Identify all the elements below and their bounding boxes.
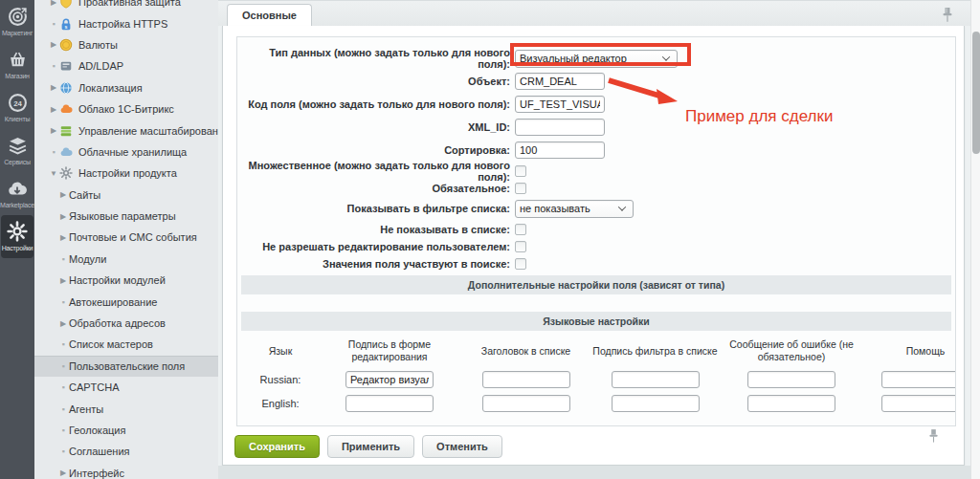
chevron-right-icon[interactable]: ▶ [57, 468, 69, 477]
tab-main[interactable]: Основные [227, 4, 312, 28]
checkbox[interactable] [515, 165, 526, 177]
form-row: Не показывать в списке: [237, 223, 955, 235]
sidebar-item-4[interactable]: ▪AD/LDAP [34, 55, 218, 76]
form-row: Множественное (можно задать только для н… [237, 164, 955, 177]
rail-item-1[interactable]: Маркетинг [0, 0, 34, 43]
sidebar-item-label: Сайты [69, 189, 100, 201]
checkbox[interactable] [515, 183, 526, 194]
chevron-right-icon[interactable]: ▶ [48, 105, 59, 114]
lock-icon: s [59, 17, 73, 31]
bullet-icon: ▪ [57, 425, 69, 435]
scrollbar-thumb[interactable] [972, 32, 980, 154]
select-field[interactable]: не показывать [515, 200, 634, 218]
sidebar-item-label: CAPTCHA [69, 381, 120, 393]
text-field[interactable] [515, 142, 605, 159]
field-label: Множественное (можно задать только для н… [237, 160, 515, 183]
pin-icon[interactable] [928, 428, 939, 447]
rail-item-6[interactable]: Настройки [1, 215, 33, 258]
sidebar-item-5[interactable]: ▶Локализация [34, 77, 218, 98]
sidebar-item-20[interactable]: ▪Агенты [34, 398, 218, 419]
sidebar-item-label: Настройки продукта [78, 167, 177, 179]
form-row: Не разрешать редактирование пользователе… [237, 240, 955, 252]
sidebar-item-1[interactable]: ▶Проактивная защита [34, 0, 218, 12]
lang-text-field[interactable] [482, 371, 570, 388]
chevron-right-icon[interactable]: ▶ [57, 276, 69, 285]
sidebar-item-15[interactable]: ▪Автокеширование [34, 291, 218, 312]
bullet-icon: ▪ [57, 446, 69, 456]
sidebar-item-3[interactable]: ▶Валюты [34, 34, 218, 55]
sidebar-item-label: Агенты [69, 403, 103, 415]
sidebar-item-label: Пользовательские поля [69, 360, 185, 372]
target-icon [7, 6, 28, 27]
sidebar-item-2[interactable]: ▪sНастройка HTTPS [34, 12, 218, 33]
text-field[interactable] [515, 73, 605, 90]
chevron-right-icon[interactable]: ▶ [48, 0, 59, 7]
apply-button[interactable]: Применить [327, 435, 414, 458]
sidebar-item-13[interactable]: ▪Модули [34, 249, 218, 270]
chevron-right-icon[interactable]: ▶ [48, 83, 59, 92]
chevron-right-icon[interactable]: ▶ [48, 126, 59, 135]
bullet-icon: ▪ [57, 361, 69, 371]
rail-item-4[interactable]: Сервисы [0, 129, 34, 172]
rail-item-5[interactable]: Marketplace [0, 172, 34, 215]
sidebar-item-17[interactable]: ▪Список мастеров [34, 334, 218, 355]
lang-column-header: Язык [243, 345, 318, 358]
lang-text-field[interactable] [747, 395, 835, 412]
checkbox[interactable] [515, 224, 526, 235]
chevron-right-icon[interactable]: ▶ [57, 190, 69, 199]
lang-text-field[interactable] [881, 371, 956, 388]
rail-item-label: Marketplace [0, 202, 34, 208]
lang-text-field[interactable] [612, 371, 700, 388]
checkbox[interactable] [515, 258, 526, 270]
section-additional-settings: Дополнительные настройки поля (зависят о… [241, 275, 951, 294]
chevron-right-icon[interactable]: ▶ [57, 233, 69, 242]
form-row: Сортировка: [237, 142, 955, 159]
footer-strip [218, 466, 980, 479]
sidebar-item-8[interactable]: ▪Облачные хранилища [34, 142, 218, 163]
layers-icon [7, 135, 28, 156]
text-field[interactable] [515, 119, 605, 136]
sidebar-item-19[interactable]: ▪CAPTCHA [34, 377, 218, 398]
directory-icon [59, 59, 73, 73]
lang-text-field[interactable] [345, 395, 434, 412]
gear-small-icon [59, 166, 73, 180]
lang-text-field[interactable] [612, 395, 700, 412]
chevron-down-icon[interactable]: ▼ [48, 169, 59, 178]
lang-text-field[interactable] [881, 395, 956, 412]
sidebar-item-label: Валюты [78, 39, 118, 51]
rail-item-2[interactable]: Магазин [0, 43, 34, 86]
chevron-right-icon[interactable]: ▶ [57, 319, 69, 328]
sidebar-item-9[interactable]: ▼Настройки продукта [34, 163, 218, 184]
sidebar-item-12[interactable]: ▶Почтовые и СМС события [34, 227, 218, 248]
sidebar-item-16[interactable]: ▶Обработка адресов [34, 313, 218, 334]
sidebar-item-6[interactable]: ▶Облако 1С-Битрикс [34, 98, 218, 120]
chevron-right-icon[interactable]: ▶ [48, 40, 59, 49]
sidebar-item-11[interactable]: ▶Языковые параметры [34, 206, 218, 227]
select-field[interactable]: Визуальный редактор [515, 50, 678, 68]
rail-item-label: Сервисы [4, 159, 31, 165]
pin-icon[interactable] [942, 7, 953, 27]
cancel-button[interactable]: Отменить [422, 435, 502, 458]
lang-column-header: Подпись в форме редактирования [318, 338, 461, 363]
lang-text-field[interactable] [747, 371, 835, 388]
lang-text-field[interactable] [345, 371, 434, 388]
text-field[interactable] [515, 96, 605, 113]
form-row: Тип данных (можно задать только для ново… [237, 49, 955, 68]
lang-text-field[interactable] [482, 395, 570, 412]
globe-icon [59, 81, 73, 95]
sidebar-item-10[interactable]: ▶Сайты [34, 185, 218, 206]
rail-item-3[interactable]: 24Клиенты [0, 86, 34, 129]
sidebar-item-23[interactable]: ▶Интерфейс [34, 463, 218, 479]
sidebar-item-22[interactable]: ▪Соглашения [34, 441, 218, 462]
lang-column-header: Подпись фильтра в списке [590, 345, 720, 358]
field-label: Не разрешать редактирование пользователе… [237, 241, 515, 252]
sidebar-item-14[interactable]: ▶Настройки модулей [34, 270, 218, 291]
lang-column-header: Сообщение об ошибке (не обязательное) [720, 338, 863, 363]
sidebar-item-18[interactable]: ▪Пользовательские поля [34, 356, 218, 377]
chevron-right-icon[interactable]: ▶ [57, 212, 69, 221]
vertical-scrollbar[interactable] [970, 0, 980, 479]
sidebar-item-21[interactable]: ▪Геолокация [34, 420, 218, 441]
sidebar-item-7[interactable]: ▶Управление масштабированием [34, 120, 218, 141]
save-button[interactable]: Сохранить [234, 435, 320, 458]
checkbox[interactable] [515, 241, 526, 252]
